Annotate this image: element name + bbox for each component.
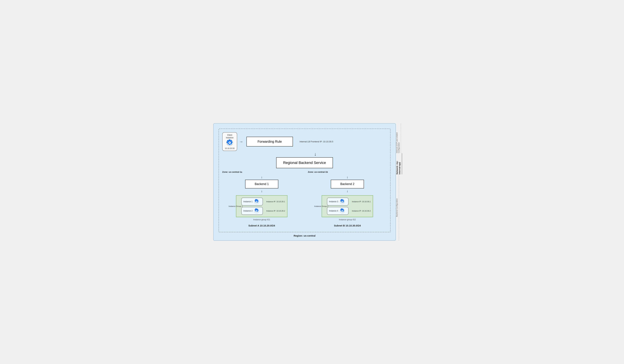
backend-1-box: Backend 1 [245,180,278,188]
right-label-network: Network: my-internal-app [396,153,402,174]
backend1-arrow: ↓ [261,175,262,179]
backend-2-box: Backend 2 [331,180,364,188]
instance-3-icon [339,199,345,204]
instance-1-name: Instance 1 [243,200,252,203]
diagram-wrapper: Client Instance [213,123,411,241]
client-to-forwarding-arrow: → [239,139,243,144]
backend-1-label: Backend 1 [255,182,269,186]
main-network-box: Client Instance [213,123,396,241]
forwarding-and-ip: Forwarding Rule Internal LB Frontend IP:… [246,137,333,147]
subnets-row: Subnet A 10.10.20.0/24 Subnet B 10.10.30… [222,224,387,227]
instance-2-icon [254,208,259,213]
instance-2-row: Instance 2 [241,207,285,215]
client-gear-icon [226,139,233,146]
instance-4-box: Instance 4 [327,207,348,215]
frontend-ip-label: Internal LB Frontend IP: 10.10.30.5 [300,140,333,143]
instance-group-2-box: Instance Group 2 Instance 3 [322,195,373,217]
region-bottom-label: Region: us-central [219,234,390,237]
forwarding-down-arrow-container: ↓ [222,152,387,156]
instance-1-box: Instance 1 [241,198,263,206]
zone-1-label: Zone: us-central-1a [222,171,242,173]
zone-column-2: Zone: us-central-1b ↓ Backend 2 ↓ Instan… [308,171,387,221]
instance-3-name: Instance 3 [329,200,338,203]
client-instance-box: Client Instance [222,132,237,151]
instance-3-box: Instance 3 [327,198,348,206]
instance-1-icon [254,199,259,204]
client-ip: 10.10.20.50 [225,147,234,149]
instance-4-icon [339,208,345,213]
instance-4-ip: Instance IP: 10.10.30.2 [352,210,371,212]
zones-row: Zone: us-central-1a ↓ Backend 1 ↓ Instan… [222,171,387,221]
instance-1-ip: Instance IP: 10.10.20.1 [266,201,285,203]
instance-3-ip: Instance IP: 10.10.30.1 [352,201,371,203]
instance-4-row: Instance 4 [327,207,371,215]
ig2-arrow: ↓ [346,189,348,193]
subnet-b-label: Subnet B 10.10.30.0/24 [308,224,387,227]
backend-service-box: Regional Backend Service [276,157,333,168]
instance-1-row: Instance 1 [241,198,285,206]
inner-dashed-box: Client Instance [219,129,390,232]
ig1-name: Instance group IG1 [253,218,270,221]
right-label-top: Internal LB IP and related Configuration [396,123,401,153]
instance-2-name: Instance 2 [243,210,252,212]
ig1-vertical-label: Instance Group 1 [229,205,243,207]
forwarding-rule-label: Forwarding Rule [258,140,282,143]
zone-2-label: Zone: us-central-1b [308,171,328,173]
backend-service-label: Regional Backend Service [283,161,326,165]
forwarding-rule-box: Forwarding Rule [246,137,293,147]
right-labels: Internal LB IP and related Configuration… [396,123,411,241]
instance-4-name: Instance 4 [329,210,338,212]
instance-2-box: Instance 2 [241,207,263,215]
client-and-arrow: Client Instance [222,132,243,151]
backend-service-wrapper: Regional Backend Service [222,157,387,168]
instance-group-1-box: Instance Group 1 Instance 1 [236,195,287,217]
instance-2-ip: Instance IP: 10.10.20.2 [266,210,285,212]
zone-column-1: Zone: us-central-1a ↓ Backend 1 ↓ Instan… [222,171,301,221]
forwarding-row: Client Instance [222,132,387,151]
ig2-name: Instance group IG2 [339,218,356,221]
instance-3-row: Instance 3 [327,198,371,206]
client-label2: Instance [226,136,233,139]
backend-2-label: Backend 2 [340,182,354,186]
subnet-a-label: Subnet A 10.10.20.0/24 [222,224,301,227]
forwarding-down-arrow: ↓ [314,152,316,156]
ig2-vertical-label: Instance Group 2 [314,205,328,207]
backend2-arrow: ↓ [346,175,348,179]
client-label: Client [227,134,232,136]
ig1-arrow: ↓ [261,189,262,193]
right-label-backend: Backend Configuration [396,174,399,241]
